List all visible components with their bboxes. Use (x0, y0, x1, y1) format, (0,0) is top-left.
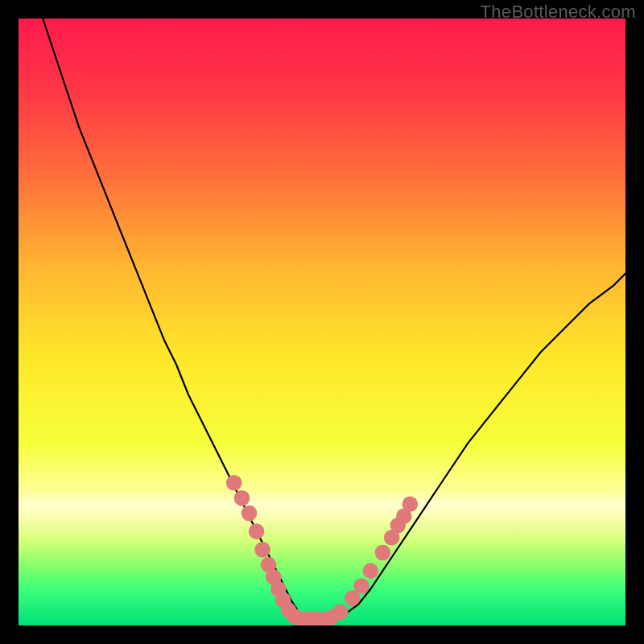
marker-dot (353, 578, 369, 594)
marker-dot (402, 496, 419, 512)
marker-dot (242, 506, 258, 522)
marker-dot (254, 542, 270, 558)
marker-dot (226, 475, 242, 491)
gradient-background (19, 19, 625, 625)
watermark-text: TheBottleneck.com (481, 2, 636, 23)
marker-dot (249, 523, 265, 539)
marker-dot (363, 563, 379, 579)
bottleneck-chart (19, 19, 625, 625)
marker-dot (332, 605, 349, 621)
plot-area (19, 19, 625, 625)
marker-dot (375, 545, 391, 561)
marker-dot (234, 490, 250, 506)
chart-frame: TheBottleneck.com (0, 0, 644, 644)
